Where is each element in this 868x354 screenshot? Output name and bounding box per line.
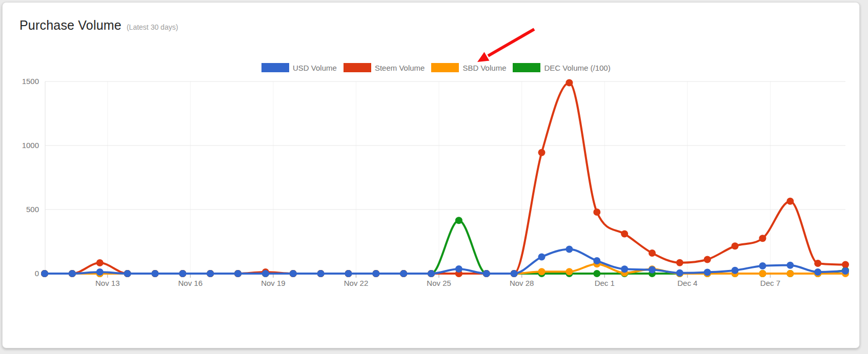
legend-label: Steem Volume xyxy=(375,64,425,72)
page-background: { "page": { "background": "#ebebeb", "ca… xyxy=(0,0,868,354)
legend-label: USD Volume xyxy=(293,64,337,72)
dec-volume-swatch-icon xyxy=(513,63,540,72)
page-title: Purchase Volume xyxy=(19,18,122,33)
legend-item-dec-volume: DEC Volume (/100) xyxy=(513,63,610,72)
legend-label: DEC Volume (/100) xyxy=(544,64,610,72)
legend-item-sbd-volume: SBD Volume xyxy=(431,63,506,72)
usd-volume-swatch-icon xyxy=(261,63,289,72)
page-subtitle: (Latest 30 days) xyxy=(127,23,178,31)
card-header: Purchase Volume (Latest 30 days) xyxy=(19,18,178,33)
legend-label: SBD Volume xyxy=(462,64,506,72)
steem-volume-swatch-icon xyxy=(344,63,371,72)
purchase-volume-card: Purchase Volume (Latest 30 days) USD Vol… xyxy=(2,2,860,348)
chart-legend: USD Volume Steem Volume SBD Volume DEC V… xyxy=(261,63,611,72)
sbd-volume-swatch-icon xyxy=(431,63,459,72)
legend-item-usd-volume: USD Volume xyxy=(261,63,337,72)
legend-item-steem-volume: Steem Volume xyxy=(344,63,425,72)
